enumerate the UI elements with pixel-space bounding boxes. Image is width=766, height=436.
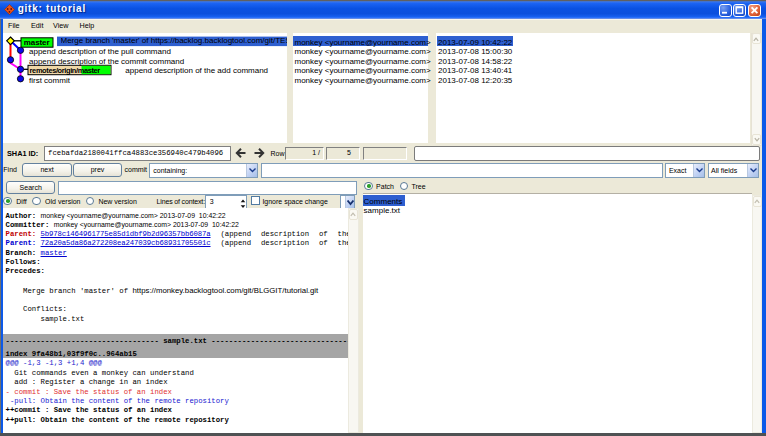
svg-text:master: master [24,38,50,47]
svg-text:remotes/origin/master: remotes/origin/master [30,66,101,75]
